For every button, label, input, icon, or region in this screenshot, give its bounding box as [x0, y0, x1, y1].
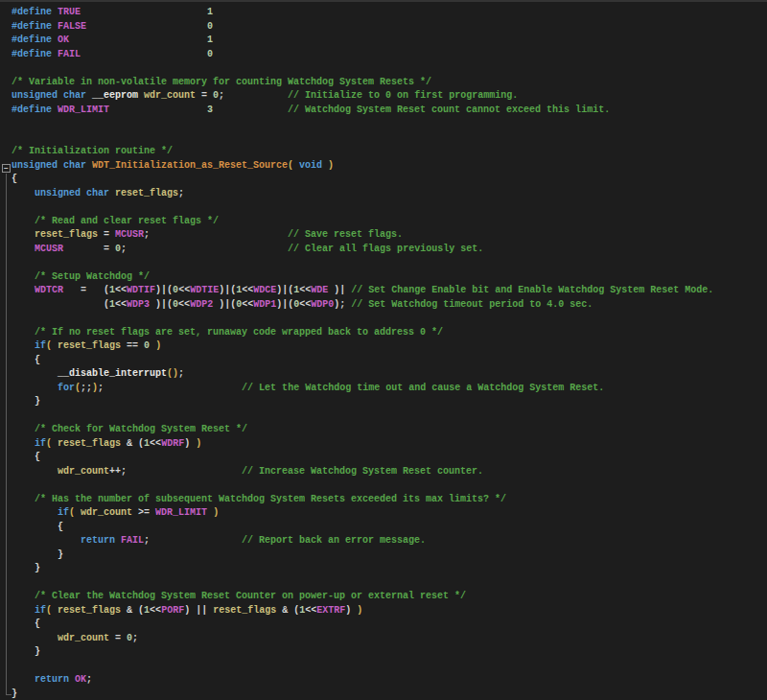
code-token[interactable]: & (: [121, 605, 144, 616]
code-line[interactable]: [12, 312, 767, 326]
code-token[interactable]: /* Has the number of subsequent Watchdog…: [12, 494, 506, 504]
code-line[interactable]: if( wdr_count >= WDR_LIMIT ): [12, 506, 767, 521]
code-token[interactable]: }: [12, 563, 40, 573]
code-token[interactable]: WDP1: [253, 299, 276, 310]
code-line[interactable]: #define OK 1: [12, 34, 767, 48]
code-line[interactable]: reset_flags = MCUSR; // Save reset flags…: [12, 228, 767, 243]
code-token[interactable]: [12, 507, 58, 518]
code-token[interactable]: // Watchdog System Reset count cannot ex…: [213, 105, 610, 115]
code-token[interactable]: unsigned char: [12, 160, 92, 171]
code-token[interactable]: <<: [299, 285, 311, 295]
code-token[interactable]: WDTIE: [190, 285, 219, 295]
code-token[interactable]: reset_flags: [58, 605, 121, 616]
code-token[interactable]: // Initialize to 0 on first programming.: [224, 90, 518, 101]
code-line[interactable]: __disable_interrupt();: [12, 367, 767, 382]
code-token[interactable]: MCUSR: [115, 229, 144, 240]
code-token[interactable]: ): [213, 507, 219, 518]
code-line[interactable]: {: [12, 521, 767, 535]
code-token[interactable]: {: [12, 355, 40, 365]
code-token[interactable]: <<: [299, 299, 311, 310]
code-line[interactable]: if( reset_flags & (1<<WDRF) ): [12, 437, 767, 452]
code-token[interactable]: <<: [150, 605, 161, 616]
code-line[interactable]: WDTCR = (1<<WDTIF)|(0<<WDTIE)|(1<<WDCE)|…: [12, 284, 767, 298]
code-token[interactable]: FAIL: [121, 535, 144, 546]
code-line[interactable]: [12, 478, 767, 493]
code-token[interactable]: WDR_LIMIT: [155, 507, 207, 518]
code-token[interactable]: /* Initialization routine */: [12, 146, 173, 156]
code-token[interactable]: 3: [109, 105, 213, 115]
code-line[interactable]: [12, 660, 767, 674]
code-line[interactable]: unsigned char WDT_Initialization_as_Rese…: [12, 159, 767, 174]
code-token[interactable]: ++;: [109, 466, 127, 477]
code-token[interactable]: reset_flags: [58, 340, 121, 351]
code-token[interactable]: WDR_LIMIT: [58, 105, 109, 115]
code-token[interactable]: =: [109, 633, 127, 643]
code-token[interactable]: >=: [132, 507, 155, 518]
code-token[interactable]: <<: [115, 299, 127, 310]
code-token[interactable]: EXTRF: [316, 605, 345, 616]
code-token[interactable]: }: [12, 549, 63, 560]
code-token[interactable]: & (: [276, 605, 299, 616]
code-line[interactable]: /* Variable in non-volatile memory for c…: [12, 76, 767, 90]
code-line[interactable]: unsigned char __eeprom wdr_count = 0; //…: [12, 89, 767, 104]
code-line[interactable]: return OK;: [12, 673, 767, 688]
code-token[interactable]: /* Check for Watchdog System Reset */: [12, 424, 247, 434]
code-token[interactable]: // Increase Watchdog System Reset counte…: [127, 466, 483, 477]
code-line[interactable]: [12, 61, 767, 76]
code-token[interactable]: [12, 438, 35, 449]
code-line[interactable]: MCUSR = 0; // Clear all flags previously…: [12, 243, 767, 257]
code-line[interactable]: {: [12, 173, 767, 187]
code-token[interactable]: return: [81, 535, 115, 546]
code-token[interactable]: #define: [12, 105, 58, 115]
code-token[interactable]: FAIL: [58, 49, 81, 59]
code-token[interactable]: // Report back an error message.: [150, 535, 426, 546]
code-token[interactable]: )|: [334, 285, 351, 295]
code-token[interactable]: 0: [81, 49, 213, 59]
code-token[interactable]: <<: [150, 438, 161, 449]
code-line[interactable]: (1<<WDP3 )|(0<<WDP2 )|(0<<WDP1)|(0<<WDP0…: [12, 298, 767, 313]
code-line[interactable]: /* Clear the Watchdog System Reset Count…: [12, 590, 767, 604]
code-token[interactable]: }: [12, 688, 17, 699]
code-token[interactable]: {: [12, 522, 63, 532]
code-token[interactable]: PORF: [161, 605, 184, 616]
code-token[interactable]: [12, 605, 35, 616]
code-line[interactable]: [12, 576, 767, 591]
code-token[interactable]: )|(: [155, 285, 173, 295]
code-token[interactable]: for: [58, 383, 75, 393]
code-token[interactable]: <<: [305, 605, 316, 616]
code-token[interactable]: WDP3: [127, 299, 155, 310]
code-token[interactable]: )|(: [219, 285, 236, 295]
code-token[interactable]: )|(: [219, 299, 236, 310]
code-token[interactable]: // Set Watchdog timeout period to 4.0 se…: [345, 299, 593, 310]
code-token[interactable]: OK: [75, 674, 86, 685]
code-token[interactable]: [12, 466, 58, 477]
code-token[interactable]: [12, 368, 58, 379]
code-token[interactable]: 1: [81, 7, 213, 17]
code-token[interactable]: __disable_interrupt: [58, 368, 167, 379]
code-token[interactable]: void: [293, 160, 328, 171]
code-token[interactable]: return: [35, 674, 69, 685]
code-token[interactable]: <<: [115, 285, 127, 295]
code-token[interactable]: // Set Change Enable bit and Enable Watc…: [351, 285, 713, 295]
code-token[interactable]: wdr_count: [81, 507, 132, 518]
code-token[interactable]: (): [167, 368, 178, 379]
code-line[interactable]: }: [12, 548, 767, 563]
code-token[interactable]: if: [58, 507, 69, 518]
code-token[interactable]: )|(: [276, 299, 293, 310]
code-token[interactable]: /* Read and clear reset flags */: [12, 216, 219, 226]
code-line[interactable]: {: [12, 354, 767, 368]
code-line[interactable]: if( reset_flags & (1<<PORF) || reset_fla…: [12, 604, 767, 618]
code-token[interactable]: // Let the Watchdog time out and cause a…: [104, 383, 604, 393]
code-line[interactable]: {: [12, 451, 767, 465]
code-token[interactable]: /* If no reset flags are set, runaway co…: [12, 327, 443, 338]
code-line[interactable]: #define WDR_LIMIT 3 // Watchdog System R…: [12, 104, 767, 118]
code-token[interactable]: WDP0: [311, 299, 334, 310]
code-token[interactable]: );: [334, 299, 345, 310]
code-lines[interactable]: #define TRUE 1#define FALSE 0#define OK …: [0, 0, 767, 700]
code-token[interactable]: WDTCR: [35, 285, 63, 295]
code-token[interactable]: if: [35, 605, 46, 616]
code-token[interactable]: ) ||: [184, 605, 213, 616]
code-token[interactable]: )|(: [155, 299, 173, 310]
code-line[interactable]: /* Has the number of subsequent Watchdog…: [12, 493, 767, 507]
code-token[interactable]: __eeprom: [92, 90, 144, 101]
